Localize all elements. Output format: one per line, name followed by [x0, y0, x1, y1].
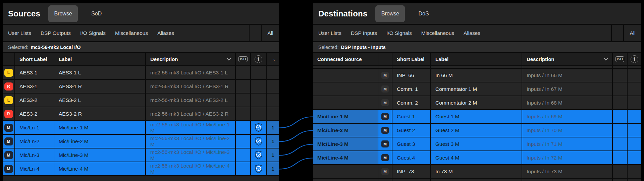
sources-col-label[interactable]: Label — [54, 53, 146, 65]
sources-filter-aliases[interactable]: Aliases — [157, 30, 174, 36]
destination-row[interactable]: MComm. 2Commentator 2 MInputs / In 68 M — [313, 96, 641, 110]
short-label-cell: Comm. 2 — [392, 96, 431, 109]
info-cell — [628, 165, 641, 178]
connection-curve — [279, 158, 313, 169]
destinations-filter-dsp-inputs[interactable]: DSP Inputs — [351, 30, 377, 36]
sources-filter-spacer — [249, 25, 261, 41]
destinations-selected-value: DSP Inputs - Inputs — [341, 45, 385, 50]
iso-cell — [613, 124, 628, 137]
label-cell: In 66 M — [431, 69, 522, 82]
left-channel-badge: L — [4, 96, 13, 104]
iso-cell — [613, 96, 628, 109]
mono-channel-badge: M — [381, 154, 389, 161]
destination-row[interactable]: Mic/Line-2 MMGuest 2Guest 2 MInputs / In… — [313, 124, 641, 137]
short-label-cell: Guest 1 — [392, 110, 431, 123]
destinations-col-connected-source[interactable]: Connected Source — [313, 53, 378, 65]
short-label-cell: AES3-2 — [15, 107, 54, 120]
sources-filter-tabs: User ListsDSP OutputsI/O SignalsMiscella… — [8, 30, 183, 36]
description-cell: mc2-56-mk3 Local I/O / AES3-1 R — [146, 80, 236, 93]
sources-filter-all[interactable]: All — [261, 25, 279, 41]
source-row[interactable]: RAES3-1AES3-1 Rmc2-56-mk3 Local I/O / AE… — [3, 80, 279, 94]
description-cell: Inputs / In 66 M — [522, 69, 613, 82]
source-row[interactable]: MMic/Ln-1Mic/Line-1 Mmc2-56-mk3 Local I/… — [3, 121, 279, 135]
label-cell: Guest 4 M — [431, 151, 522, 164]
sources-col-description[interactable]: Description — [146, 53, 236, 65]
badge-cell: L — [3, 94, 15, 107]
connection-count-cell: 1 — [267, 162, 279, 175]
badge-cell: M — [3, 135, 15, 148]
label-cell: AES3-1 L — [54, 66, 146, 79]
cell — [392, 179, 431, 181]
source-row[interactable]: RAES3-2AES3-2 Rmc2-56-mk3 Local I/O / AE… — [3, 107, 279, 121]
badge-cell: M — [378, 124, 392, 137]
destination-row[interactable]: MINP 66In 66 MInputs / In 66 M — [313, 69, 641, 82]
destinations-filter-aliases[interactable]: Aliases — [464, 30, 480, 36]
short-label-cell: AES3-1 — [15, 66, 54, 79]
iso-cell — [236, 66, 251, 79]
destination-row[interactable]: Mic/Line-4 MMGuest 4Guest 4 MInputs / In… — [313, 151, 641, 165]
description-cell: mc2-56-mk3 Local I/O / AES3-2 R — [146, 107, 236, 120]
info-cell — [628, 151, 641, 164]
sources-filter-dsp-outputs[interactable]: DSP Outputs — [41, 30, 71, 36]
destination-row[interactable]: Mic/Line-3 MMGuest 3Guest 3 MInputs / In… — [313, 137, 641, 151]
sources-col-short-label[interactable]: Short Label — [15, 53, 54, 65]
destinations-filter-user-lists[interactable]: User Lists — [318, 30, 341, 36]
connection-count-cell: 1 — [267, 121, 279, 134]
right-channel-badge: R — [4, 110, 13, 118]
destination-row[interactable]: MINP 73In 73 MInputs / In 73 M — [313, 165, 641, 179]
sources-filter-i-o-signals[interactable]: I/O Signals — [80, 30, 106, 36]
connected-source-cell: Mic/Line-1 M — [313, 110, 378, 123]
cell — [522, 66, 613, 68]
mono-channel-badge: M — [381, 168, 389, 175]
destinations-filter-all[interactable]: All — [623, 25, 641, 41]
sources-selected-bar: Selected: mc2-56-mk3 Local I/O — [3, 42, 279, 53]
cell — [613, 179, 628, 181]
sources-col-connections[interactable]: → — [267, 53, 279, 65]
sources-filter-user-lists[interactable]: User Lists — [8, 30, 31, 36]
destinations-col-description[interactable]: Description — [522, 53, 613, 65]
sources-sod-tab[interactable]: SoD — [91, 11, 102, 17]
shield-check-icon — [255, 164, 263, 173]
destinations-filter-i-o-signals[interactable]: I/O Signals — [386, 30, 412, 36]
source-row[interactable]: MMic/Ln-4Mic/Line-4 Mmc2-56-mk3 Local I/… — [3, 162, 279, 176]
cell — [313, 179, 378, 181]
destinations-browse-button[interactable]: Browse — [375, 5, 405, 22]
info-icon: i — [631, 55, 638, 63]
description-cell: mc2-56-mk3 Local I/O / Mic/Line-3 M — [146, 148, 236, 162]
label-cell: Mic/Line-4 M — [54, 162, 146, 175]
iso-cell — [613, 82, 628, 96]
destination-row[interactable]: Mic/Line-1 MMGuest 1Guest 1 MInputs / In… — [313, 110, 641, 124]
protect-status-cell — [251, 148, 267, 162]
destinations-col-label[interactable]: Label — [431, 53, 522, 65]
destinations-dos-tab[interactable]: DoS — [418, 11, 429, 17]
iso-icon: ISO — [238, 56, 247, 62]
source-row[interactable]: MMic/Ln-2Mic/Line-2 Mmc2-56-mk3 Local I/… — [3, 135, 279, 148]
label-cell: Mic/Line-3 M — [54, 148, 146, 162]
description-cell: Inputs / In 73 M — [522, 165, 613, 178]
source-row[interactable]: LAES3-2AES3-2 Lmc2-56-mk3 Local I/O / AE… — [3, 94, 279, 107]
destinations-col-info[interactable]: i — [628, 53, 641, 65]
source-row[interactable]: LAES3-1AES3-1 Lmc2-56-mk3 Local I/O / AE… — [3, 66, 279, 80]
sources-title: Sources — [8, 9, 40, 18]
sources-col-info[interactable]: i — [251, 53, 267, 65]
connected-source-cell — [313, 82, 378, 96]
arrow-right-icon: → — [270, 56, 276, 63]
label-cell: In 73 M — [431, 165, 522, 178]
protect-status-cell — [251, 121, 267, 134]
cell — [378, 179, 392, 181]
connection-count-cell: 1 — [267, 148, 279, 162]
destinations-col-short-label[interactable]: Short Label — [392, 53, 431, 65]
sources-browse-button[interactable]: Browse — [48, 5, 78, 22]
sources-col-iso[interactable]: ISO — [236, 53, 251, 65]
badge-cell: M — [378, 165, 392, 178]
source-row[interactable]: MMic/Ln-3Mic/Line-3 Mmc2-56-mk3 Local I/… — [3, 148, 279, 162]
badge-cell: L — [3, 66, 15, 79]
destinations-filter-miscellaneous[interactable]: Miscellaneous — [421, 30, 454, 36]
shield-check-icon — [255, 123, 263, 132]
destinations-col-iso[interactable]: ISO — [613, 53, 628, 65]
connection-curve — [279, 117, 313, 128]
description-cell: Inputs / In 71 M — [522, 137, 613, 150]
destination-row[interactable]: MComm. 1Commentator 1 MInputs / In 67 M — [313, 82, 641, 96]
sources-filter-miscellaneous[interactable]: Miscellaneous — [115, 30, 148, 36]
sources-selected-value: mc2-56-mk3 Local I/O — [31, 45, 80, 50]
